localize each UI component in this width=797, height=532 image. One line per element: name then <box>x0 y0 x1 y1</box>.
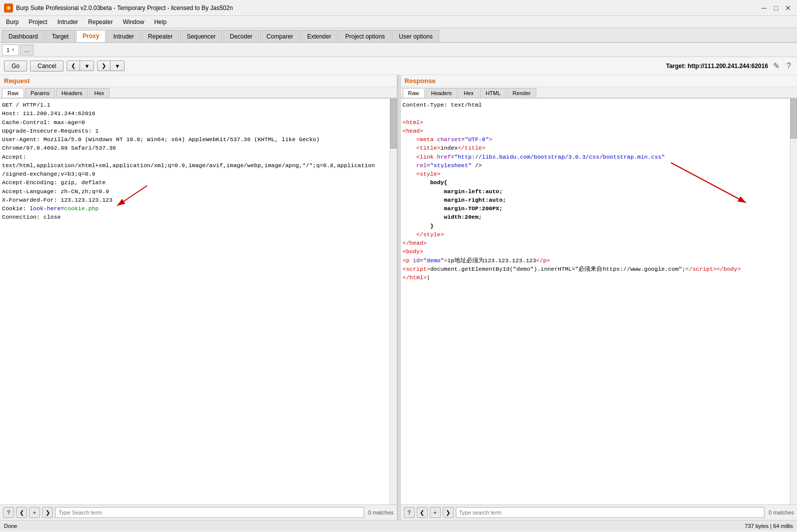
response-content: Content-Type: text/html <html> <head> <m… <box>401 99 798 504</box>
request-panel: Request Raw Params Headers Hex GET / HTT… <box>0 75 398 520</box>
req-search-prev[interactable]: ❮ <box>16 507 27 518</box>
window-controls: ─ □ ✕ <box>759 3 793 13</box>
req-search-next[interactable]: ❯ <box>42 507 53 518</box>
tab-proxy[interactable]: Proxy <box>76 30 106 42</box>
req-line-8: text/html,application/xhtml+xml,applicat… <box>2 161 386 170</box>
req-search-help[interactable]: ? <box>3 507 14 518</box>
req-search-add[interactable]: + <box>29 507 40 518</box>
tab-project-options[interactable]: Project options <box>339 30 391 42</box>
req-line-3: Cache-Control: max-age=0 <box>2 118 386 127</box>
restore-button[interactable]: □ <box>771 3 781 13</box>
request-search-matches: 0 matches <box>366 509 394 515</box>
request-title: Request <box>0 75 397 87</box>
resp-search-prev[interactable]: ❮ <box>417 507 428 518</box>
menu-bar: Burp Project Intruder Repeater Window He… <box>0 16 797 28</box>
req-line-9: /signed-exchange;v=b3;q=0.9 <box>2 170 386 178</box>
request-tab-hex[interactable]: Hex <box>89 88 110 98</box>
tab-user-options[interactable]: User options <box>392 30 439 42</box>
request-scrollbar[interactable] <box>390 99 397 504</box>
main-panels: Request Raw Params Headers Hex GET / HTT… <box>0 75 797 520</box>
go-button[interactable]: Go <box>4 61 27 72</box>
nav-forward-button[interactable]: ❯ <box>98 61 111 71</box>
tab-intruder[interactable]: Intruder <box>107 30 140 42</box>
request-search-bar: ? ❮ + ❯ 0 matches <box>0 504 397 520</box>
req-line-4: Upgrade-Insecure-Requests: 1 <box>2 127 386 135</box>
title-bar: Burp Suite Professional v2.0.03beta - Te… <box>0 0 797 16</box>
resp-margin-left: margin-left:auto; <box>403 187 786 196</box>
response-scrollbar[interactable] <box>790 99 797 504</box>
resp-meta: <meta charset="UTF-8"> <box>403 135 786 144</box>
cookie-link1[interactable]: look-here <box>30 205 61 212</box>
response-search-bar: ? ❮ + ❯ 0 matches <box>401 504 798 520</box>
target-label: Target: http://111.200.241.244:62016 <box>666 63 768 70</box>
tab-comparer[interactable]: Comparer <box>260 30 300 42</box>
resp-search-help[interactable]: ? <box>404 507 415 518</box>
tab-repeater[interactable]: Repeater <box>142 30 179 42</box>
tab-extender[interactable]: Extender <box>301 30 338 42</box>
tab-sequencer[interactable]: Sequencer <box>180 30 222 42</box>
resp-search-add[interactable]: + <box>430 507 441 518</box>
cancel-button[interactable]: Cancel <box>30 61 64 72</box>
menu-window[interactable]: Window <box>119 18 148 27</box>
toolbar: Go Cancel ❮ ▼ ❯ ▼ Target: http://111.200… <box>0 57 797 75</box>
resp-margin-top: margin-TOP:200PX; <box>403 204 786 213</box>
req-xforward: X-Forwarded-For: 123.123.123.123 <box>2 196 386 204</box>
resp-link-rel: rel="stylesheet" /> <box>403 161 786 170</box>
response-search-matches: 0 matches <box>766 509 794 515</box>
response-tab-html[interactable]: HTML <box>480 88 506 98</box>
minimize-button[interactable]: ─ <box>759 3 769 13</box>
req-line-11: Accept-Language: zh-CN,zh;q=0.9 <box>2 187 386 196</box>
resp-p-demo: <p id="demo">ip地址必须为123.123.123.123</p> <box>403 256 786 265</box>
nav-forward-dropdown[interactable]: ▼ <box>111 61 124 71</box>
nav-forward-group: ❯ ▼ <box>97 61 125 71</box>
req-connection: Connection: close <box>2 213 386 221</box>
tab-decoder[interactable]: Decoder <box>223 30 259 42</box>
menu-burp[interactable]: Burp <box>2 18 23 27</box>
resp-head-open: <head> <box>403 127 786 135</box>
help-button[interactable]: ? <box>784 61 793 72</box>
resp-rule-close: } <box>403 222 786 230</box>
request-text: GET / HTTP/1.1 Host: 111.200.241.244:620… <box>2 101 395 222</box>
request-tab-params[interactable]: Params <box>25 88 55 98</box>
resp-link: <link href="http://libs.baidu.com/bootst… <box>403 153 786 161</box>
resp-content-type: Content-Type: text/html <box>403 101 786 109</box>
edit-target-button[interactable]: ✎ <box>771 60 781 72</box>
status-bar: Done 737 bytes | 64 millis <box>0 520 797 531</box>
main-tab-bar: Dashboard Target Proxy Intruder Repeater… <box>0 28 797 43</box>
response-search-input[interactable] <box>456 507 765 518</box>
window-title: Burp Suite Professional v2.0.03beta - Te… <box>16 5 233 12</box>
req-line-6: Chrome/97.0.4692.99 Safari/537.36 <box>2 144 386 152</box>
menu-help[interactable]: Help <box>150 18 171 27</box>
nav-back-dropdown[interactable]: ▼ <box>80 61 94 71</box>
resp-style-close: </style> <box>403 230 786 239</box>
sub-tab-1[interactable]: 1 × <box>2 45 19 56</box>
req-line-1: GET / HTTP/1.1 <box>2 101 386 109</box>
app-icon <box>4 4 13 13</box>
menu-repeater[interactable]: Repeater <box>84 18 117 27</box>
close-button[interactable]: ✕ <box>783 3 793 13</box>
response-tab-headers[interactable]: Headers <box>426 88 458 98</box>
sub-tab-close[interactable]: × <box>12 47 15 53</box>
menu-intruder[interactable]: Intruder <box>54 18 82 27</box>
menu-project[interactable]: Project <box>25 18 51 27</box>
nav-back-button[interactable]: ❮ <box>67 61 80 71</box>
req-line-5: User-Agent: Mozilla/5.0 (Windows NT 10.0… <box>2 135 386 144</box>
status-text: Done <box>4 523 17 529</box>
tab-dashboard[interactable]: Dashboard <box>2 30 45 42</box>
response-panel: Response Raw Headers Hex HTML Render Con… <box>401 75 798 520</box>
req-line-10: Accept-Encoding: gzip, deflate <box>2 178 386 187</box>
request-tab-headers[interactable]: Headers <box>56 88 88 98</box>
resp-script: <script>document.getElementById("demo").… <box>403 265 786 273</box>
request-tab-raw[interactable]: Raw <box>2 88 24 98</box>
tab-target[interactable]: Target <box>46 30 75 42</box>
req-cookie: Cookie: look-here=cookie.php <box>2 204 386 213</box>
resp-search-next[interactable]: ❯ <box>443 507 454 518</box>
request-search-input[interactable] <box>55 507 364 518</box>
cookie-link2[interactable]: cookie.php <box>64 205 99 212</box>
response-tab-render[interactable]: Render <box>507 88 536 98</box>
resp-head-close: </head> <box>403 239 786 247</box>
sub-tab-more[interactable]: ... <box>20 45 34 56</box>
response-tab-hex[interactable]: Hex <box>458 88 479 98</box>
resp-html-close: </html>| <box>403 273 786 282</box>
response-tab-raw[interactable]: Raw <box>403 88 425 98</box>
